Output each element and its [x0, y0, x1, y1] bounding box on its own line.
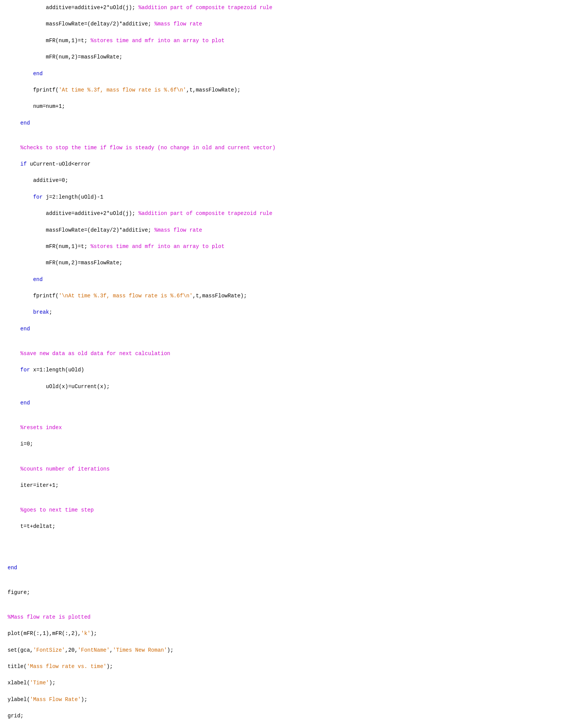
indent	[8, 309, 33, 315]
indent	[8, 177, 33, 183]
code-line: additive=additive+2*uOld(j); %addition p…	[8, 210, 563, 218]
indent	[8, 210, 46, 216]
code-token-string: 'Time'	[30, 680, 49, 686]
indent	[8, 71, 33, 77]
indent	[8, 145, 21, 151]
code-token-normal: num=num+1;	[33, 103, 65, 109]
code-token-normal: uOld(x)=uCurrent(x);	[46, 384, 110, 390]
code-token-normal: uCurrent-uOld<error	[27, 161, 90, 167]
code-line: for j=2:length(uOld)-1	[8, 193, 563, 202]
indent	[8, 87, 33, 93]
code-line: iter=iter+1;	[8, 482, 563, 490]
code-token-normal: figure;	[8, 589, 30, 595]
code-token-normal: iter=iter+1;	[21, 482, 59, 488]
code-token-normal: );	[49, 680, 55, 686]
code-line: %save new data as old data for next calc…	[8, 350, 563, 358]
code-line: %resets index	[8, 424, 563, 432]
code-line: i=0;	[8, 440, 563, 448]
code-line: set(gca,'FontSize',20,'FontName','Times …	[8, 646, 563, 655]
code-line: figure;	[8, 589, 563, 597]
code-line: mFR(num,2)=massFlowRate;	[8, 259, 563, 267]
code-token-normal: massFlowRate=(deltay/2)*additive;	[46, 227, 155, 233]
code-token-normal: xlabel(	[8, 680, 30, 686]
code-line: fprintf('\nAt time %.3f, mass flow rate …	[8, 292, 563, 300]
code-line: plot(mFR(:,1),mFR(:,2),'k');	[8, 630, 563, 638]
code-token-comment: %addition part of composite trapezoid ru…	[138, 210, 272, 216]
code-token-normal: fprintf(	[33, 293, 58, 299]
indent	[8, 425, 21, 431]
code-token-normal: mFR(num,1)=t;	[46, 243, 91, 250]
code-token-normal: additive=0;	[33, 177, 68, 183]
code-token-normal: mFR(num,2)=massFlowRate;	[46, 260, 123, 266]
indent	[8, 351, 21, 357]
code-token-string: '\nAt time %.3f, mass flow rate is %.6f\…	[58, 293, 192, 299]
code-line: end	[8, 325, 563, 333]
code-token-comment: %stores time and mfr into an array to pl…	[90, 243, 224, 250]
indent	[8, 161, 21, 167]
code-token-normal: mFR(num,2)=massFlowRate;	[46, 54, 123, 60]
code-line: num=num+1;	[8, 103, 563, 111]
indent	[8, 384, 46, 390]
indent	[8, 482, 21, 488]
code-token-normal: ylabel(	[8, 696, 30, 703]
code-token-normal: j=2:length(uOld)-1	[43, 194, 103, 200]
code-token-string: 'Mass Flow Rate'	[30, 696, 81, 703]
code-token-normal: t=t+deltat;	[21, 523, 55, 529]
code-token-normal: );	[90, 630, 97, 636]
code-line: mFR(num,1)=t; %stores time and mfr into …	[8, 243, 563, 251]
indent	[8, 466, 21, 472]
code-token-comment: %addition part of composite trapezoid ru…	[138, 5, 272, 11]
code-token-normal: );	[106, 663, 113, 670]
indent	[8, 227, 46, 233]
code-token-keyword: end	[21, 326, 30, 332]
code-token-normal: x=1:length(uOld)	[30, 367, 84, 373]
code-token-string: 'At time %.3f, mass flow rate is %.6f\n'	[58, 87, 186, 93]
code-token-comment: %Mass flow rate is plotted	[8, 614, 90, 620]
code-token-keyword: for	[33, 194, 43, 200]
code-line: for x=1:length(uOld)	[8, 366, 563, 374]
code-line: if uCurrent-uOld<error	[8, 160, 563, 169]
code-token-normal: massFlowRate=(deltay/2)*additive;	[46, 21, 155, 27]
code-token-comment: %save new data as old data for next calc…	[21, 351, 170, 357]
indent	[8, 54, 46, 60]
code-token-normal: ,t,massFlowRate);	[192, 293, 247, 299]
code-token-comment: %counts number of iterations	[21, 466, 110, 472]
code-line: end	[8, 119, 563, 128]
code-token-normal: );	[81, 696, 87, 703]
code-token-keyword: end	[21, 400, 30, 406]
code-token-keyword: if	[21, 161, 27, 167]
indent	[8, 260, 46, 266]
code-line: end	[8, 399, 563, 407]
code-editor: additive=additive+2*uOld(j); %addition p…	[8, 4, 563, 728]
code-token-keyword: end	[8, 565, 17, 571]
indent	[8, 5, 46, 11]
code-token-normal: plot(mFR(:,1),mFR(:,2),	[8, 630, 81, 636]
code-line: additive=additive+2*uOld(j); %addition p…	[8, 4, 563, 12]
code-token-normal: mFR(num,1)=t;	[46, 38, 91, 44]
code-token-comment: %stores time and mfr into an array to pl…	[90, 38, 224, 44]
code-line: massFlowRate=(deltay/2)*additive; %mass …	[8, 20, 563, 28]
code-token-normal: ,20,	[65, 647, 78, 653]
indent	[8, 243, 46, 250]
indent	[8, 293, 33, 299]
indent	[8, 523, 21, 529]
code-line: additive=0;	[8, 177, 563, 185]
code-token-keyword: end	[33, 276, 43, 283]
code-token-normal: set(gca,	[8, 647, 33, 653]
indent	[8, 276, 33, 283]
indent	[8, 367, 21, 373]
indent	[8, 507, 21, 513]
code-token-string: 'Mass flow rate vs. time'	[27, 663, 106, 670]
code-token-comment: %checks to stop the time if flow is stea…	[21, 145, 276, 151]
code-token-normal: title(	[8, 663, 27, 670]
indent	[8, 326, 21, 332]
code-token-string: 'FontName'	[78, 647, 110, 653]
code-line: title('Mass flow rate vs. time');	[8, 663, 563, 671]
code-line: %checks to stop the time if flow is stea…	[8, 144, 563, 152]
code-token-normal: grid;	[8, 713, 24, 719]
code-token-normal: i=0;	[21, 441, 33, 447]
code-line: %goes to next time step	[8, 506, 563, 515]
code-line: grid;	[8, 712, 563, 720]
code-line: xlabel('Time');	[8, 679, 563, 687]
code-line: break;	[8, 308, 563, 317]
